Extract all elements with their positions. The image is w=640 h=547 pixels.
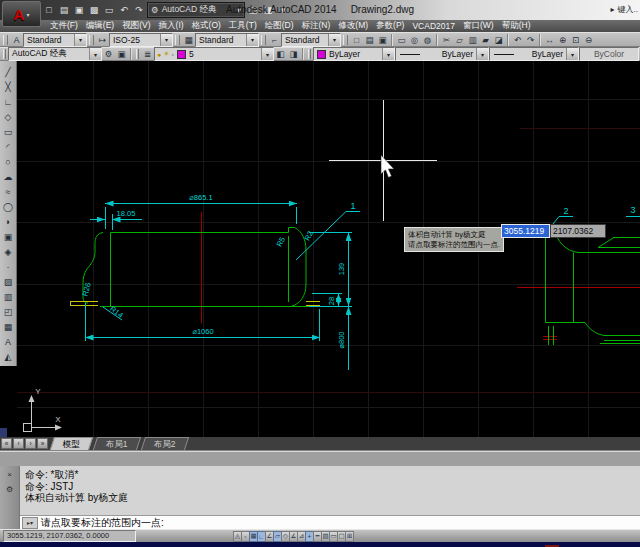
command-input-line[interactable]: ▸▾ 请点取要标注的范围内一点: bbox=[20, 515, 640, 529]
application-menu-button[interactable]: A ▾ bbox=[2, 1, 41, 27]
chevron-down-icon[interactable]: ▾ bbox=[261, 48, 273, 60]
mtext-icon[interactable]: A bbox=[1, 334, 16, 349]
tab-last-button[interactable]: » bbox=[37, 438, 48, 449]
workspace-settings-icon[interactable]: ⚙ bbox=[102, 48, 115, 60]
insert-block-icon[interactable]: ▣ bbox=[1, 229, 16, 244]
rectangle-icon[interactable]: ▭ bbox=[1, 124, 16, 139]
zoom-realtime-icon[interactable]: ⊕ bbox=[556, 34, 569, 46]
ellipse-arc-icon[interactable]: ◗ bbox=[1, 214, 16, 229]
arc-icon[interactable]: ◜ bbox=[1, 139, 16, 154]
toolbar-grip[interactable] bbox=[261, 35, 266, 45]
layer-combo[interactable]: ● ☀ ▫ 5 ▾ bbox=[154, 47, 274, 61]
menu-tools[interactable]: 工具(T) bbox=[225, 20, 261, 32]
circle-icon[interactable]: ○ bbox=[1, 154, 16, 169]
point-icon[interactable]: · bbox=[1, 259, 16, 274]
layer-on-icon[interactable]: ● bbox=[157, 51, 161, 58]
match-properties-icon[interactable]: ▰ bbox=[479, 34, 492, 46]
chevron-down-icon[interactable]: ▾ bbox=[246, 34, 258, 46]
menu-file[interactable]: 文件(F) bbox=[46, 20, 82, 32]
polyline-icon[interactable]: ∟ bbox=[1, 94, 16, 109]
chevron-down-icon[interactable]: ▾ bbox=[160, 34, 172, 46]
lineweight-combo[interactable]: ByLayer ▾ bbox=[489, 47, 579, 61]
line-icon[interactable]: ╱ bbox=[1, 64, 16, 79]
drawing-area[interactable]: ⌀865.1 18.05 R5 R2 139 28 ⌀1060 ⌀800 R26… bbox=[0, 61, 640, 437]
coordinate-readout[interactable]: 3055.1219, 2107.0362, 0.0000 bbox=[3, 530, 136, 542]
construction-line-icon[interactable]: ╳ bbox=[1, 79, 16, 94]
make-block-icon[interactable]: ◈ bbox=[1, 244, 16, 259]
menu-parametric[interactable]: 参数(P) bbox=[372, 20, 408, 32]
linetype-combo[interactable]: ByLayer ▾ bbox=[395, 47, 489, 61]
layer-thaw-icon[interactable]: ☀ bbox=[163, 50, 169, 58]
toolbar-grip[interactable] bbox=[3, 49, 6, 59]
menu-help[interactable]: 帮助(H) bbox=[498, 20, 535, 32]
cut-icon[interactable]: ✂ bbox=[440, 34, 453, 46]
wrench-icon[interactable]: ⚙ bbox=[3, 483, 16, 495]
table-style-combo[interactable]: Standard ▾ bbox=[195, 33, 259, 47]
dim-style-combo[interactable]: ISO-25 ▾ bbox=[109, 33, 173, 47]
layer-properties-icon[interactable]: ≣ bbox=[141, 48, 154, 60]
dynamic-input-y[interactable]: 2107.0362 bbox=[550, 224, 606, 238]
block-editor-icon[interactable]: ◪ bbox=[492, 34, 505, 46]
toolbar-grip[interactable] bbox=[89, 35, 94, 45]
add-selected-icon[interactable]: ◭ bbox=[1, 349, 16, 364]
workspaces-combo[interactable]: AutoCAD 经典 ▾ bbox=[8, 47, 102, 61]
chevron-down-icon[interactable]: ▾ bbox=[382, 48, 394, 60]
workspace-save-icon[interactable]: ▣ bbox=[115, 48, 128, 60]
ellipse-icon[interactable]: ◯ bbox=[1, 199, 16, 214]
zoom-previous-icon[interactable]: ⊖ bbox=[582, 34, 595, 46]
menu-insert[interactable]: 插入(I) bbox=[155, 20, 188, 32]
toolbar-grip[interactable] bbox=[175, 35, 180, 45]
hatch-icon[interactable]: ▨ bbox=[1, 274, 16, 289]
tab-layout1[interactable]: 布局1 bbox=[93, 437, 141, 450]
menu-window[interactable]: 窗口(W) bbox=[459, 20, 498, 32]
annotation-monitor-toggle[interactable]: ⊞ bbox=[345, 531, 354, 542]
redo-icon[interactable]: ↷ bbox=[524, 34, 537, 46]
toolbar-grip[interactable] bbox=[308, 49, 311, 59]
menu-edit[interactable]: 编辑(E) bbox=[82, 20, 118, 32]
toolbar-grip[interactable] bbox=[3, 35, 8, 45]
tab-first-button[interactable]: « bbox=[1, 438, 12, 449]
layer-color-chip[interactable] bbox=[177, 50, 186, 59]
publish-icon[interactable]: ◍ bbox=[421, 34, 434, 46]
toolbar-grip[interactable] bbox=[136, 49, 139, 59]
copy-icon[interactable]: ▱ bbox=[453, 34, 466, 46]
pan-icon[interactable]: ↔ bbox=[543, 34, 556, 46]
color-combo[interactable]: ByLayer ▾ bbox=[313, 47, 395, 61]
gradient-icon[interactable]: ▥ bbox=[1, 289, 16, 304]
tab-model[interactable]: 模型 bbox=[50, 437, 93, 450]
chevron-down-icon[interactable]: ▾ bbox=[476, 48, 488, 60]
dynamic-input-x[interactable]: 3055.1219 bbox=[501, 224, 550, 238]
mleader-style-combo[interactable]: Standard ▾ bbox=[281, 33, 341, 47]
tab-layout2[interactable]: 布局2 bbox=[141, 437, 189, 450]
polygon-icon[interactable]: ◇ bbox=[1, 109, 16, 124]
menu-format[interactable]: 格式(O) bbox=[188, 20, 225, 32]
region-icon[interactable]: ◰ bbox=[1, 304, 16, 319]
new-icon[interactable]: □ bbox=[350, 34, 363, 46]
layer-plot-icon[interactable]: ▫ bbox=[172, 51, 174, 58]
toolbar-grip[interactable] bbox=[343, 35, 348, 45]
save-icon[interactable]: ▣ bbox=[376, 34, 389, 46]
layer-previous-icon[interactable]: ◨ bbox=[287, 48, 300, 60]
chevron-down-icon[interactable]: ▾ bbox=[74, 34, 86, 46]
chevron-down-icon[interactable]: ▾ bbox=[89, 48, 101, 60]
zoom-window-icon[interactable]: ⊡ bbox=[569, 34, 582, 46]
plot-preview-icon[interactable]: ◎ bbox=[408, 34, 421, 46]
plot-icon[interactable]: ▭ bbox=[395, 34, 408, 46]
paste-icon[interactable]: ▥ bbox=[466, 34, 479, 46]
close-icon[interactable]: × bbox=[3, 468, 16, 480]
table-icon[interactable]: ▦ bbox=[1, 319, 16, 334]
spline-icon[interactable]: ≈ bbox=[1, 184, 16, 199]
menu-vcad2017[interactable]: VCAD2017 bbox=[408, 21, 459, 31]
tab-prev-button[interactable]: ‹ bbox=[13, 438, 24, 449]
chevron-down-icon[interactable]: ▾ bbox=[328, 34, 340, 46]
undo-icon[interactable]: ↶ bbox=[511, 34, 524, 46]
text-style-combo[interactable]: Standard ▾ bbox=[23, 33, 87, 47]
tab-next-button[interactable]: › bbox=[25, 438, 36, 449]
part-right-outline[interactable] bbox=[546, 229, 640, 346]
revcloud-icon[interactable]: ☁ bbox=[1, 169, 16, 184]
layer-states-icon[interactable]: ◧ bbox=[274, 48, 287, 60]
menu-draw[interactable]: 绘图(D) bbox=[261, 20, 298, 32]
menu-modify[interactable]: 修改(M) bbox=[334, 20, 372, 32]
recent-commands-icon[interactable]: ▸▾ bbox=[22, 517, 38, 529]
menu-view[interactable]: 视图(V) bbox=[118, 20, 154, 32]
